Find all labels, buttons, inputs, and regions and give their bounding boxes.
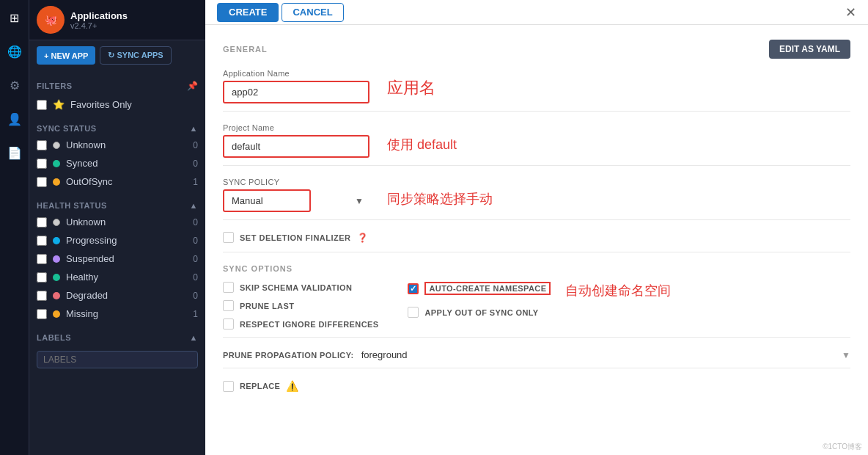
prune-last-checkbox[interactable] xyxy=(223,300,234,311)
favorites-checkbox[interactable] xyxy=(37,100,47,110)
apps-icon[interactable]: ⊞ xyxy=(4,7,25,28)
sync-apps-button[interactable]: ↻ SYNC APPS xyxy=(100,46,171,65)
watermark: ©1CTO博客 xyxy=(823,442,862,452)
sync-status-label: SYNC STATUS xyxy=(37,124,97,133)
main-dialog: CREATE CANCEL ✕ GENERAL EDIT AS YAML App… xyxy=(205,0,868,455)
apply-out-of-sync-label: APPLY OUT OF SYNC ONLY xyxy=(424,308,538,317)
auto-create-option: AUTO-CREATE NAMESPACE xyxy=(408,282,551,295)
sync-status-header: SYNC STATUS ▲ xyxy=(29,118,205,136)
sync-synced-checkbox[interactable] xyxy=(37,159,47,169)
apply-out-of-sync-checkbox[interactable] xyxy=(408,307,419,318)
sync-unknown-checkbox[interactable] xyxy=(37,140,47,150)
sync-status-collapse-icon[interactable]: ▲ xyxy=(190,124,198,133)
prune-propagation-value: foreground xyxy=(361,349,408,360)
deletion-finalizer-label: SET DELETION FINALIZER xyxy=(240,233,351,242)
avatar: 🐙 xyxy=(37,6,65,34)
health-unknown-checkbox[interactable] xyxy=(37,217,47,228)
outofsync-dot xyxy=(53,178,60,186)
respect-ignore-option: RESPECT IGNORE DIFFERENCES xyxy=(223,318,378,330)
progressing-dot xyxy=(53,237,60,244)
labels-input[interactable] xyxy=(37,351,198,368)
labels-collapse-icon[interactable]: ▲ xyxy=(190,333,198,342)
health-status-collapse-icon[interactable]: ▲ xyxy=(190,201,198,210)
edit-yaml-button[interactable]: EDIT AS YAML xyxy=(769,40,850,59)
health-progressing-item[interactable]: Progressing 0 xyxy=(29,231,205,250)
settings-icon[interactable]: ⚙ xyxy=(4,75,25,95)
deletion-finalizer-checkbox[interactable] xyxy=(223,232,234,243)
health-suspended-checkbox[interactable] xyxy=(37,254,47,264)
deletion-help-icon[interactable]: ❓ xyxy=(357,233,368,243)
labels-filter-section xyxy=(29,345,205,374)
favorites-filter[interactable]: ⭐ Favorites Only xyxy=(29,95,205,114)
health-missing-checkbox[interactable] xyxy=(37,309,47,319)
respect-ignore-checkbox[interactable] xyxy=(223,318,234,330)
sync-policy-select-wrapper: Manual Automatic ▼ xyxy=(223,189,369,212)
health-healthy-item[interactable]: Healthy 0 xyxy=(29,268,205,286)
labels-section-label: LABELS xyxy=(37,333,71,342)
annotation-app-name: 应用名 xyxy=(387,77,435,103)
health-degraded-item[interactable]: Degraded 0 xyxy=(29,286,205,305)
health-degraded-count: 0 xyxy=(186,291,198,301)
sidebar-app-title: Applications xyxy=(70,10,128,21)
auto-create-namespace-checkbox[interactable] xyxy=(408,283,419,294)
sync-unknown-count: 0 xyxy=(186,140,198,150)
health-healthy-label: Healthy xyxy=(66,272,180,283)
health-degraded-checkbox[interactable] xyxy=(37,291,47,301)
app-name-label: Application Name xyxy=(223,69,369,78)
health-progressing-checkbox[interactable] xyxy=(37,236,47,246)
replace-row: REPLACE ⚠️ xyxy=(223,380,850,392)
prune-propagation-label: PRUNE PROPAGATION POLICY: xyxy=(223,351,354,360)
new-app-button[interactable]: + NEW APP xyxy=(37,46,95,65)
health-healthy-checkbox[interactable] xyxy=(37,272,47,283)
sync-policy-select[interactable]: Manual Automatic xyxy=(223,189,311,212)
sync-outofsync-label: OutOfSync xyxy=(66,176,180,187)
health-missing-label: Missing xyxy=(66,308,180,319)
project-name-input[interactable] xyxy=(223,135,369,158)
close-button[interactable]: ✕ xyxy=(845,6,856,19)
user-icon[interactable]: 👤 xyxy=(4,109,25,129)
skip-schema-checkbox[interactable] xyxy=(223,282,234,293)
sync-synced-item[interactable]: Synced 0 xyxy=(29,154,205,172)
suspended-dot xyxy=(53,255,60,263)
sidebar-version: v2.4.7+ xyxy=(70,21,128,30)
cancel-button[interactable]: CANCEL xyxy=(282,3,343,22)
project-name-group: Project Name xyxy=(223,123,369,158)
sync-outofsync-checkbox[interactable] xyxy=(37,177,47,187)
sync-policy-group: SYNC POLICY Manual Automatic ▼ xyxy=(223,178,369,212)
create-button[interactable]: CREATE xyxy=(217,3,279,22)
health-degraded-label: Degraded xyxy=(66,290,180,301)
unknown-sync-dot xyxy=(53,142,60,149)
health-unknown-item[interactable]: Unknown 0 xyxy=(29,213,205,231)
divider-2 xyxy=(223,165,850,166)
annotation-auto-create: 自动创建命名空间 xyxy=(565,282,671,299)
health-suspended-label: Suspended xyxy=(66,253,180,264)
annotation-sync-policy: 同步策略选择手动 xyxy=(387,190,493,212)
replace-label: REPLACE xyxy=(240,382,280,390)
left-icon-bar: ⊞ 🌐 ⚙ 👤 📄 xyxy=(0,0,29,455)
health-suspended-item[interactable]: Suspended 0 xyxy=(29,250,205,268)
network-icon[interactable]: 🌐 xyxy=(4,41,25,62)
prune-propagation-chevron-icon[interactable]: ▼ xyxy=(842,350,850,360)
app-name-group: Application Name xyxy=(223,69,369,103)
health-unknown-label: Unknown xyxy=(66,216,180,228)
filters-label: FILTERS xyxy=(37,81,73,90)
labels-section-header: LABELS ▲ xyxy=(29,327,205,345)
docs-icon[interactable]: 📄 xyxy=(4,142,25,163)
prune-last-label: PRUNE LAST xyxy=(240,302,294,310)
sync-unknown-label: Unknown xyxy=(66,139,180,150)
health-missing-count: 1 xyxy=(186,309,198,319)
divider-3 xyxy=(223,219,850,220)
sidebar-content: FILTERS 📌 ⭐ Favorites Only SYNC STATUS ▲… xyxy=(29,70,205,455)
sync-synced-label: Synced xyxy=(66,158,180,169)
divider-6 xyxy=(223,368,850,368)
sync-unknown-item[interactable]: Unknown 0 xyxy=(29,136,205,154)
missing-dot xyxy=(53,310,60,318)
app-name-input[interactable] xyxy=(223,81,369,103)
dialog-header: CREATE CANCEL ✕ xyxy=(205,0,868,25)
sync-policy-chevron-icon: ▼ xyxy=(355,196,364,206)
replace-checkbox[interactable] xyxy=(223,381,234,392)
health-missing-item[interactable]: Missing 1 xyxy=(29,305,205,323)
dialog-body: GENERAL EDIT AS YAML Application Name 应用… xyxy=(205,25,868,455)
sync-outofsync-item[interactable]: OutOfSync 1 xyxy=(29,172,205,191)
sidebar-btn-group: + NEW APP ↻ SYNC APPS xyxy=(29,40,205,70)
